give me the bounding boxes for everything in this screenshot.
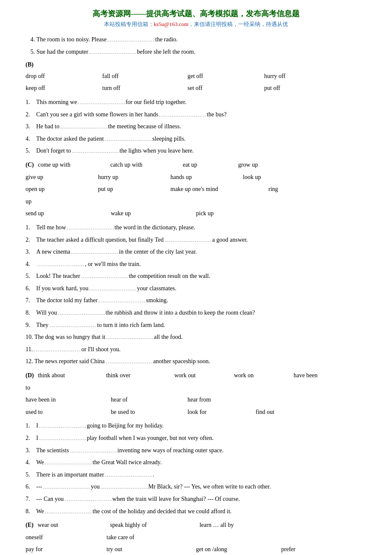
d-q5: 5. There is an important matter. [26, 469, 366, 481]
b-q3: 3. He had tothe meeting because of illne… [26, 121, 366, 133]
d-q7: 7. --- Can youwhen the train will leave … [26, 494, 366, 505]
d-q8: 8. Wethe cost of the holiday and decided… [26, 506, 366, 517]
c-q8: 8. Will youthe rubbish and throw it into… [26, 307, 366, 319]
d-q1: 1. Igoing to Beijing for my holiday. [26, 420, 366, 432]
question-5: 5. Sue had the computerbefore she left t… [26, 46, 366, 58]
section-d-label: (D) think about think over work out work… [26, 370, 366, 382]
c-q3: 3. A new cinemain the center of the city… [26, 246, 366, 258]
section-b-label: (B) drop off fall off get off hurry off [26, 59, 366, 82]
section-c-words-5: send up wake up pick up [26, 208, 366, 220]
c-q11: 11.or I'll shoot you. [26, 344, 366, 356]
section-e-label: (E) wear out speak highly of learn … all… [26, 520, 366, 531]
c-q9: 9. Theyto turn it into rich farm land. [26, 320, 366, 331]
c-q5: 5. Look! The teacherthe competition resu… [26, 271, 366, 282]
c-q2: 2. The teacher asked a difficult questio… [26, 234, 366, 246]
section-c-words-2: give up hurry up hands up look up [26, 172, 366, 183]
section-c-words-3: open up put up make up one's mind ring [26, 184, 366, 195]
section-c-words-4: up [26, 196, 366, 208]
page-title: 高考资源网——提供高考试题、高考模拟题，发布高考信息题 [26, 9, 366, 19]
d-q4: 4. Wethe Great Wall twice already. [26, 457, 366, 468]
question-4: 4. The room is too noisy. Pleasethe radi… [26, 34, 366, 46]
b-q1: 1. This morning wefor our field trip tog… [26, 97, 366, 108]
b-q4: 4. The doctor asked the patientsleeping … [26, 133, 366, 145]
c-q4: 4. , or we'll miss the train. [26, 259, 366, 270]
page-subtitle: 本站投稿专用信箱：ks5u@163.com，来信请注明投稿，一经采纳，待遇从优 [26, 20, 366, 28]
section-d-words-2: to [26, 382, 366, 394]
section-b-words-2: keep off turn off set off put off [26, 83, 366, 94]
section-e-words-3: pay for try out get on /along prefer [26, 544, 366, 555]
d-q2: 2. Iplay football when I was younger, bu… [26, 433, 366, 444]
section-e-words-2: oneself take care of [26, 532, 366, 543]
c-q6: 6. If you work hard, youyour classmates. [26, 283, 366, 295]
b-q5: 5. Don't forget tothe lights when you le… [26, 145, 366, 157]
section-c-label: (C) come up with catch up with eat up gr… [26, 159, 366, 171]
b-q2: 2. Can't you see a girl with some flower… [26, 109, 366, 121]
d-q6: 6. ---youMr Black, sir? --- Yes, we ofte… [26, 481, 366, 493]
section-d-words-3: have been in hear of hear from [26, 394, 366, 406]
c-q10: 10. The dog was so hungry that itall the… [26, 332, 366, 343]
main-content: 4. The room is too noisy. Pleasethe radi… [26, 34, 366, 555]
c-q1: 1. Tell me howthe word in the dictionary… [26, 222, 366, 234]
c-q12: 12. The news reporter said Chinaanother … [26, 356, 366, 367]
d-q3: 3. The scientistsinventing new ways of r… [26, 445, 366, 457]
section-d-words-4: used to be used to look for find out [26, 407, 366, 418]
c-q7: 7. The doctor told my fathersmoking. [26, 295, 366, 306]
